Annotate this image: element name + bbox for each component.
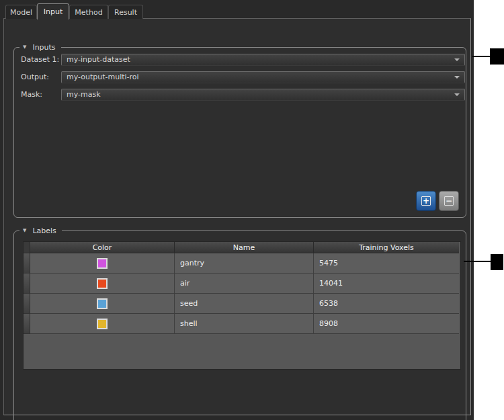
color-cell[interactable] [30,253,175,274]
labels-groupbox-label: Labels [32,226,56,235]
color-cell[interactable] [30,294,175,314]
minus-icon: − [444,196,454,206]
tab-input[interactable]: Input [37,3,69,19]
training-voxels-cell: 5475 [314,253,459,274]
table-row[interactable]: shell 8908 [24,314,460,334]
tab-result[interactable]: Result [108,5,143,19]
name-cell: seed [175,294,314,314]
dataset1-label: Dataset 1: [21,54,59,66]
inputs-groupbox-label: Inputs [32,43,55,52]
row-header [24,314,30,334]
labels-groupbox-title: ▼ Labels [19,226,62,236]
mask-combobox[interactable]: my-mask [61,89,465,101]
training-voxels-cell: 14041 [314,274,459,294]
color-cell[interactable] [30,274,175,294]
name-cell: shell [175,314,314,334]
color-swatch[interactable] [97,298,108,309]
row-header [24,294,30,314]
name-cell: air [175,274,314,294]
table-row[interactable]: air 14041 [24,274,460,294]
dataset1-combobox[interactable]: my-input-dataset [61,54,465,66]
table-row[interactable]: seed 6538 [24,294,460,314]
column-header-name[interactable]: Name [175,242,314,253]
color-swatch[interactable] [97,319,108,329]
collapse-arrow-icon[interactable]: ▼ [23,228,26,233]
plus-icon: + [421,196,431,206]
dropdown-arrow-icon [454,58,460,61]
dropdown-arrow-icon [454,76,460,79]
callout-marker-output [490,48,504,65]
color-swatch[interactable] [97,278,108,289]
app-window: Model Input Method Result ▼ Inputs Datas… [0,0,474,420]
callout-line-labels [464,261,491,262]
tab-model[interactable]: Model [5,5,37,19]
name-cell: gantry [175,253,314,274]
table-row[interactable]: gantry 5475 [24,253,460,274]
labels-groupbox: ▼ Labels Color Name Training Voxels gant… [13,230,466,420]
tab-method[interactable]: Method [69,5,108,19]
output-combobox-value: my-output-multi-roi [67,73,139,81]
remove-dataset-button[interactable]: − [439,191,459,211]
training-voxels-cell: 6538 [314,294,459,314]
column-header-training-voxels[interactable]: Training Voxels [314,242,459,253]
mask-combobox-value: my-mask [67,90,101,99]
inputs-groupbox: ▼ Inputs Dataset 1: my-input-dataset Out… [13,47,466,218]
column-header-color[interactable]: Color [30,242,175,253]
inputs-groupbox-title: ▼ Inputs [19,42,61,52]
callout-line-output [472,56,491,57]
row-header [24,274,30,294]
color-cell[interactable] [30,314,175,334]
labels-table-header: Color Name Training Voxels [24,242,460,253]
output-combobox[interactable]: my-output-multi-roi [61,71,465,83]
callout-marker-labels [491,254,503,270]
training-voxels-cell: 8908 [314,314,459,334]
row-header [24,253,30,274]
dropdown-arrow-icon [454,93,460,96]
mask-label: Mask: [21,89,42,101]
table-corner-cell [24,242,30,253]
labels-table: Color Name Training Voxels gantry 5475 [23,241,461,370]
dataset1-combobox-value: my-input-dataset [67,55,130,64]
tab-content-pane: ▼ Inputs Dataset 1: my-input-dataset Out… [3,18,471,415]
color-swatch[interactable] [97,258,108,269]
add-dataset-button[interactable]: + [416,191,436,211]
collapse-arrow-icon[interactable]: ▼ [23,45,26,50]
output-label: Output: [21,71,49,83]
